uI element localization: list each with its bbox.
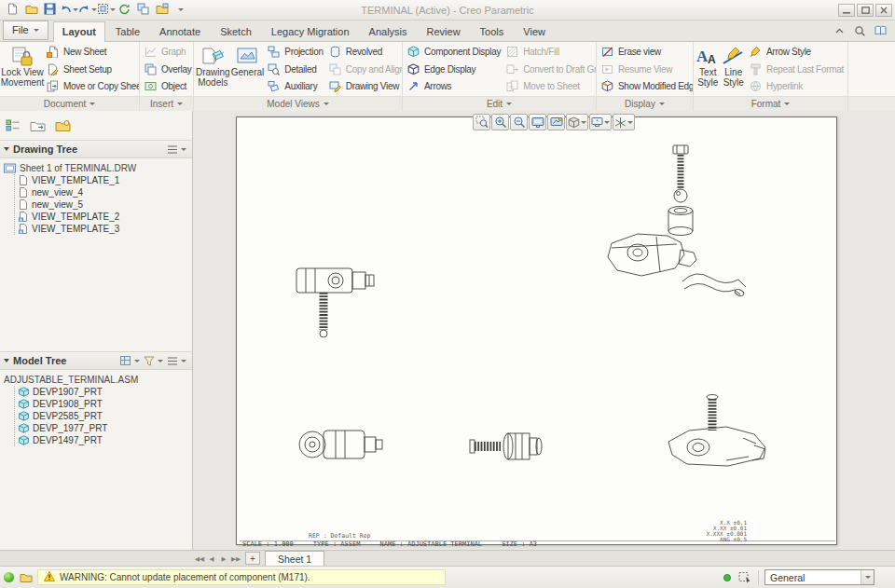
group-label-document[interactable]: Document [0, 96, 139, 111]
detailed-button[interactable]: Detailed [265, 61, 324, 77]
component-display-button[interactable]: Component Display [405, 44, 503, 61]
redo-button[interactable] [78, 2, 96, 18]
general-view-button[interactable]: General [231, 43, 265, 95]
lock-view-movement-button[interactable]: Lock View Movement [2, 43, 43, 95]
undo-button[interactable] [60, 2, 77, 18]
move-or-copy-sheets-button[interactable]: Move or Copy Sheets [44, 78, 139, 95]
tree-filters-icon[interactable] [142, 354, 156, 368]
close-button[interactable] [875, 4, 892, 17]
selection-filter-button[interactable] [97, 2, 115, 18]
drawing-sheet[interactable]: REP : Default Rep SCALE : 1.000 TYPE : A… [236, 116, 837, 545]
select-items-icon[interactable] [737, 570, 752, 585]
refit-button[interactable] [529, 114, 546, 130]
tab-view[interactable]: View [514, 21, 555, 41]
drawing-models-button[interactable]: Drawing Models [196, 43, 230, 95]
new-file-button[interactable] [4, 2, 21, 18]
tree-item-view-template-2[interactable]: VIEW_TEMPLATE_2 [19, 211, 192, 223]
view-terminal-front[interactable] [299, 431, 382, 458]
erase-view-button[interactable]: Erase view [599, 44, 693, 61]
tab-annotate[interactable]: Annotate [150, 21, 210, 41]
selection-filter-dropdown[interactable]: General [764, 569, 874, 585]
tree-item-devp1497[interactable]: DEVP1497_PRT [19, 434, 192, 446]
selection-filter-caret-icon[interactable] [110, 8, 116, 11]
overlay-button[interactable]: Overlay [142, 61, 193, 77]
object-button[interactable]: Object [142, 78, 193, 95]
repaint-button[interactable] [547, 114, 565, 130]
graphics-area[interactable]: REP : Default Rep SCALE : 1.000 TYPE : A… [193, 111, 895, 550]
tree-item-devp1908[interactable]: DEVP1908_PRT [19, 398, 192, 410]
tab-sketch[interactable]: Sketch [211, 21, 261, 41]
view-screw-bushing[interactable] [470, 433, 542, 459]
tree-filters-caret-icon[interactable] [158, 360, 163, 362]
maximize-button[interactable] [857, 4, 874, 17]
view-terminal-iso[interactable] [668, 395, 765, 467]
tab-review[interactable]: Review [418, 21, 470, 41]
view-manager-button[interactable] [153, 2, 171, 18]
tab-analysis[interactable]: Analysis [360, 21, 417, 41]
tree-item-new-view-4[interactable]: new_view_4 [19, 186, 192, 198]
convert-to-draft-group-button[interactable]: Convert to Draft Group [503, 61, 596, 77]
tree-item-view-template-1[interactable]: VIEW_TEMPLATE_1 [19, 174, 192, 186]
tab-table[interactable]: Table [106, 21, 149, 41]
saved-orientations-button[interactable] [589, 114, 612, 130]
tree-settings-caret-icon[interactable] [181, 360, 186, 362]
save-button[interactable] [41, 2, 59, 18]
view-terminal-side[interactable] [296, 268, 374, 337]
selection-filter-caret-icon[interactable] [861, 570, 874, 584]
view-exploded-assembly[interactable] [608, 145, 746, 297]
favorites-folder-icon[interactable] [53, 116, 73, 135]
auxiliary-button[interactable]: Auxiliary [265, 78, 324, 95]
minimize-button[interactable] [838, 4, 855, 17]
new-sheet-button[interactable]: New Sheet [44, 44, 139, 61]
help-book-icon[interactable] [871, 23, 889, 38]
tree-columns-caret-icon[interactable] [134, 360, 140, 362]
resume-view-button[interactable]: Resume View [599, 61, 693, 77]
resize-grip[interactable] [880, 570, 891, 585]
hatch-fill-button[interactable]: Hatch/Fill [503, 44, 596, 61]
drawing-tree-settings-icon[interactable] [165, 143, 179, 157]
folder-browser-icon[interactable] [28, 116, 48, 135]
collapse-ribbon-icon[interactable] [830, 23, 848, 38]
tab-layout[interactable]: Layout [53, 21, 105, 42]
tree-settings-icon[interactable] [165, 354, 179, 368]
arrow-style-button[interactable]: Arrow Style [747, 44, 846, 61]
zoom-out-button[interactable] [510, 114, 528, 130]
datum-display-button[interactable] [613, 114, 635, 130]
projection-button[interactable]: Projection [265, 44, 324, 61]
drawing-tree-menu-icon[interactable] [181, 148, 186, 151]
drawing-tree-collapse-icon[interactable] [4, 147, 9, 151]
graph-button[interactable]: Graph [142, 44, 193, 61]
sheet-setup-button[interactable]: Sheet Setup [44, 61, 139, 77]
navigator-toggle-icon[interactable] [3, 116, 22, 135]
copy-and-align-button[interactable]: Copy and Align [326, 61, 402, 77]
sheet-tab-1[interactable]: Sheet 1 [265, 551, 324, 566]
tree-item-devp-1977[interactable]: DEVP_1977_PRT [19, 422, 192, 434]
drawing-view-button[interactable]: Drawing View [326, 78, 402, 95]
group-label-model-views[interactable]: Model Views [194, 96, 402, 111]
group-label-format[interactable]: Format [694, 96, 847, 111]
last-sheet-button[interactable]: ▶▶ [230, 553, 241, 566]
revolved-button[interactable]: Revolved [326, 44, 402, 61]
line-style-button[interactable]: Line Style [722, 43, 747, 95]
model-tree-collapse-icon[interactable] [4, 359, 9, 362]
group-label-insert[interactable]: Insert [140, 96, 193, 111]
first-sheet-button[interactable]: ◀◀ [194, 553, 205, 566]
arrows-button[interactable]: Arrows [405, 78, 503, 95]
warning-message[interactable]: WARNING: Cannot update placement of comp… [37, 569, 446, 585]
message-log-icon[interactable] [18, 570, 34, 585]
next-sheet-button[interactable]: ▶ [218, 553, 229, 566]
tree-item-view-template-3[interactable]: VIEW_TEMPLATE_3 [19, 223, 192, 235]
regenerate-status-icon[interactable] [4, 572, 14, 582]
tree-columns-icon[interactable] [118, 354, 132, 368]
windows-button[interactable] [134, 2, 152, 18]
tree-item-new-view-5[interactable]: new_view_5 [19, 198, 192, 211]
zoom-in-button[interactable] [491, 114, 509, 130]
group-label-display[interactable]: Display [597, 96, 693, 111]
add-sheet-button[interactable]: + [245, 552, 260, 565]
hyperlink-button[interactable]: Hyperlink [747, 78, 846, 95]
move-to-sheet-button[interactable]: Move to Sheet [503, 78, 596, 95]
tree-item-devp1907[interactable]: DEVP1907_PRT [19, 386, 192, 398]
open-file-button[interactable] [22, 2, 40, 18]
edge-display-button[interactable]: Edge Display [405, 61, 503, 77]
command-search-icon[interactable] [850, 23, 869, 38]
